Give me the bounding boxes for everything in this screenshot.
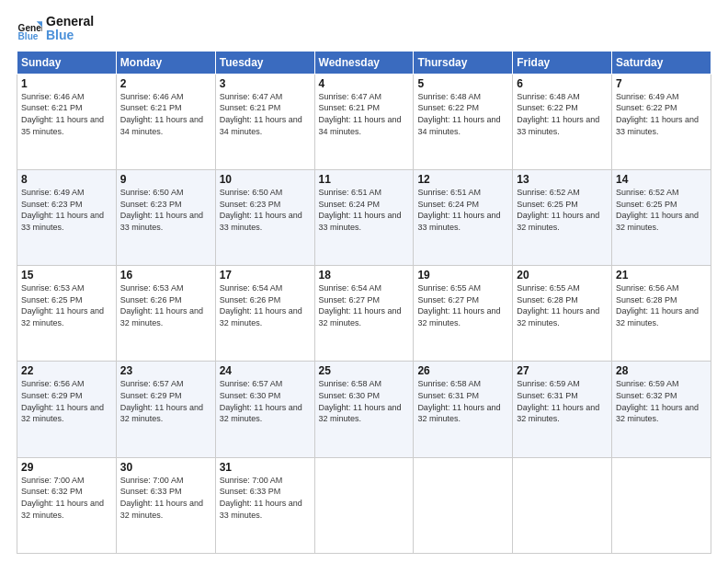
day-info: Sunrise: 6:50 AMSunset: 6:23 PMDaylight:… bbox=[220, 187, 311, 233]
day-number: 24 bbox=[220, 364, 311, 377]
day-of-week-header: Tuesday bbox=[215, 51, 314, 74]
calendar-week-row: 29Sunrise: 7:00 AMSunset: 6:32 PMDayligh… bbox=[17, 457, 711, 553]
day-number: 22 bbox=[21, 364, 112, 377]
day-number: 14 bbox=[616, 173, 707, 186]
day-info: Sunrise: 6:48 AMSunset: 6:22 PMDaylight:… bbox=[517, 91, 608, 137]
logo-icon: General Blue bbox=[17, 16, 42, 41]
calendar-day-cell: 9Sunrise: 6:50 AMSunset: 6:23 PMDaylight… bbox=[116, 170, 215, 266]
calendar-day-cell: 20Sunrise: 6:55 AMSunset: 6:28 PMDayligh… bbox=[513, 266, 612, 362]
calendar-day-cell bbox=[513, 457, 612, 553]
calendar-day-cell: 17Sunrise: 6:54 AMSunset: 6:26 PMDayligh… bbox=[215, 266, 314, 362]
day-number: 30 bbox=[120, 461, 211, 474]
day-info: Sunrise: 6:54 AMSunset: 6:26 PMDaylight:… bbox=[220, 282, 311, 328]
day-info: Sunrise: 6:46 AMSunset: 6:21 PMDaylight:… bbox=[21, 91, 112, 137]
day-number: 15 bbox=[21, 269, 112, 282]
day-number: 29 bbox=[21, 461, 112, 474]
day-info: Sunrise: 6:59 AMSunset: 6:31 PMDaylight:… bbox=[517, 378, 608, 424]
day-of-week-header: Wednesday bbox=[314, 51, 414, 74]
day-number: 2 bbox=[120, 77, 211, 90]
day-number: 3 bbox=[220, 77, 311, 90]
calendar-day-cell: 31Sunrise: 7:00 AMSunset: 6:33 PMDayligh… bbox=[215, 457, 314, 553]
calendar-week-row: 15Sunrise: 6:53 AMSunset: 6:25 PMDayligh… bbox=[17, 266, 711, 362]
day-info: Sunrise: 6:55 AMSunset: 6:28 PMDaylight:… bbox=[517, 282, 608, 328]
calendar-day-cell: 28Sunrise: 6:59 AMSunset: 6:32 PMDayligh… bbox=[612, 362, 711, 457]
day-of-week-header: Friday bbox=[513, 51, 612, 74]
calendar-day-cell: 12Sunrise: 6:51 AMSunset: 6:24 PMDayligh… bbox=[414, 170, 513, 266]
day-number: 12 bbox=[417, 173, 508, 186]
day-number: 23 bbox=[120, 364, 211, 377]
calendar-day-cell bbox=[314, 457, 414, 553]
logo-line1: General bbox=[46, 15, 94, 29]
calendar-day-cell: 30Sunrise: 7:00 AMSunset: 6:33 PMDayligh… bbox=[116, 457, 215, 553]
day-info: Sunrise: 6:57 AMSunset: 6:29 PMDaylight:… bbox=[120, 378, 211, 424]
day-number: 31 bbox=[220, 461, 311, 474]
day-number: 13 bbox=[517, 173, 608, 186]
page: General Blue General Blue SundayMondayTu… bbox=[0, 0, 728, 563]
calendar-week-row: 22Sunrise: 6:56 AMSunset: 6:29 PMDayligh… bbox=[17, 362, 711, 457]
calendar-day-cell: 26Sunrise: 6:58 AMSunset: 6:31 PMDayligh… bbox=[414, 362, 513, 457]
day-number: 27 bbox=[517, 364, 608, 377]
calendar-day-cell: 5Sunrise: 6:48 AMSunset: 6:22 PMDaylight… bbox=[414, 74, 513, 169]
day-info: Sunrise: 6:49 AMSunset: 6:23 PMDaylight:… bbox=[21, 187, 112, 233]
day-number: 20 bbox=[517, 269, 608, 282]
day-of-week-header: Saturday bbox=[612, 51, 711, 74]
day-info: Sunrise: 6:55 AMSunset: 6:27 PMDaylight:… bbox=[417, 282, 508, 328]
day-number: 17 bbox=[220, 269, 311, 282]
day-info: Sunrise: 6:51 AMSunset: 6:24 PMDaylight:… bbox=[417, 187, 508, 233]
day-number: 4 bbox=[319, 77, 410, 90]
calendar-day-cell: 2Sunrise: 6:46 AMSunset: 6:21 PMDaylight… bbox=[116, 74, 215, 169]
calendar-day-cell: 18Sunrise: 6:54 AMSunset: 6:27 PMDayligh… bbox=[314, 266, 414, 362]
calendar-header-row: SundayMondayTuesdayWednesdayThursdayFrid… bbox=[17, 51, 711, 74]
calendar-week-row: 8Sunrise: 6:49 AMSunset: 6:23 PMDaylight… bbox=[17, 170, 711, 266]
day-number: 19 bbox=[417, 269, 508, 282]
calendar-day-cell: 22Sunrise: 6:56 AMSunset: 6:29 PMDayligh… bbox=[17, 362, 117, 457]
day-info: Sunrise: 6:54 AMSunset: 6:27 PMDaylight:… bbox=[319, 282, 410, 328]
calendar-day-cell: 15Sunrise: 6:53 AMSunset: 6:25 PMDayligh… bbox=[17, 266, 117, 362]
day-info: Sunrise: 7:00 AMSunset: 6:32 PMDaylight:… bbox=[21, 475, 112, 521]
day-number: 21 bbox=[616, 269, 707, 282]
calendar-day-cell: 23Sunrise: 6:57 AMSunset: 6:29 PMDayligh… bbox=[116, 362, 215, 457]
calendar-day-cell: 24Sunrise: 6:57 AMSunset: 6:30 PMDayligh… bbox=[215, 362, 314, 457]
calendar-day-cell: 29Sunrise: 7:00 AMSunset: 6:32 PMDayligh… bbox=[17, 457, 117, 553]
calendar-day-cell: 10Sunrise: 6:50 AMSunset: 6:23 PMDayligh… bbox=[215, 170, 314, 266]
calendar-day-cell: 4Sunrise: 6:47 AMSunset: 6:21 PMDaylight… bbox=[314, 74, 414, 169]
day-info: Sunrise: 6:56 AMSunset: 6:28 PMDaylight:… bbox=[616, 282, 707, 328]
day-info: Sunrise: 6:58 AMSunset: 6:31 PMDaylight:… bbox=[417, 378, 508, 424]
calendar-day-cell: 6Sunrise: 6:48 AMSunset: 6:22 PMDaylight… bbox=[513, 74, 612, 169]
day-info: Sunrise: 6:51 AMSunset: 6:24 PMDaylight:… bbox=[319, 187, 410, 233]
day-info: Sunrise: 6:58 AMSunset: 6:30 PMDaylight:… bbox=[319, 378, 410, 424]
day-info: Sunrise: 6:57 AMSunset: 6:30 PMDaylight:… bbox=[220, 378, 311, 424]
day-info: Sunrise: 6:52 AMSunset: 6:25 PMDaylight:… bbox=[517, 187, 608, 233]
calendar-day-cell bbox=[612, 457, 711, 553]
day-number: 11 bbox=[319, 173, 410, 186]
day-info: Sunrise: 6:59 AMSunset: 6:32 PMDaylight:… bbox=[616, 378, 707, 424]
day-number: 18 bbox=[319, 269, 410, 282]
day-info: Sunrise: 6:50 AMSunset: 6:23 PMDaylight:… bbox=[120, 187, 211, 233]
calendar-day-cell bbox=[414, 457, 513, 553]
day-info: Sunrise: 6:53 AMSunset: 6:26 PMDaylight:… bbox=[120, 282, 211, 328]
day-info: Sunrise: 6:53 AMSunset: 6:25 PMDaylight:… bbox=[21, 282, 112, 328]
day-info: Sunrise: 6:47 AMSunset: 6:21 PMDaylight:… bbox=[220, 91, 311, 137]
day-number: 8 bbox=[21, 173, 112, 186]
day-info: Sunrise: 6:49 AMSunset: 6:22 PMDaylight:… bbox=[616, 91, 707, 137]
day-number: 1 bbox=[21, 77, 112, 90]
calendar-day-cell: 19Sunrise: 6:55 AMSunset: 6:27 PMDayligh… bbox=[414, 266, 513, 362]
calendar-day-cell: 3Sunrise: 6:47 AMSunset: 6:21 PMDaylight… bbox=[215, 74, 314, 169]
calendar-day-cell: 14Sunrise: 6:52 AMSunset: 6:25 PMDayligh… bbox=[612, 170, 711, 266]
day-info: Sunrise: 6:46 AMSunset: 6:21 PMDaylight:… bbox=[120, 91, 211, 137]
calendar-day-cell: 27Sunrise: 6:59 AMSunset: 6:31 PMDayligh… bbox=[513, 362, 612, 457]
day-info: Sunrise: 6:48 AMSunset: 6:22 PMDaylight:… bbox=[417, 91, 508, 137]
day-number: 7 bbox=[616, 77, 707, 90]
calendar-day-cell: 13Sunrise: 6:52 AMSunset: 6:25 PMDayligh… bbox=[513, 170, 612, 266]
day-info: Sunrise: 6:47 AMSunset: 6:21 PMDaylight:… bbox=[319, 91, 410, 137]
calendar-day-cell: 7Sunrise: 6:49 AMSunset: 6:22 PMDaylight… bbox=[612, 74, 711, 169]
calendar-week-row: 1Sunrise: 6:46 AMSunset: 6:21 PMDaylight… bbox=[17, 74, 711, 169]
calendar-day-cell: 11Sunrise: 6:51 AMSunset: 6:24 PMDayligh… bbox=[314, 170, 414, 266]
calendar-day-cell: 1Sunrise: 6:46 AMSunset: 6:21 PMDaylight… bbox=[17, 74, 117, 169]
day-info: Sunrise: 6:56 AMSunset: 6:29 PMDaylight:… bbox=[21, 378, 112, 424]
day-number: 6 bbox=[517, 77, 608, 90]
day-number: 26 bbox=[417, 364, 508, 377]
day-number: 9 bbox=[120, 173, 211, 186]
calendar-day-cell: 25Sunrise: 6:58 AMSunset: 6:30 PMDayligh… bbox=[314, 362, 414, 457]
calendar-day-cell: 16Sunrise: 6:53 AMSunset: 6:26 PMDayligh… bbox=[116, 266, 215, 362]
